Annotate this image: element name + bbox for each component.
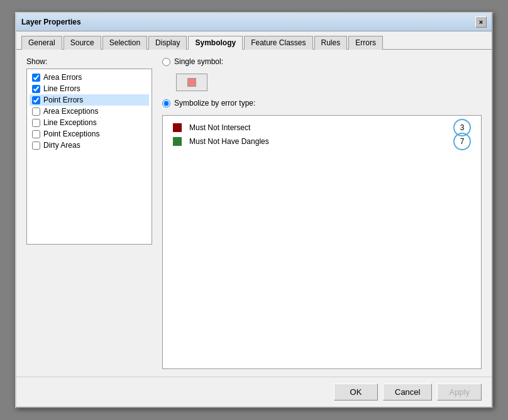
list-item-line-exceptions[interactable]: Line Exceptions [30, 117, 149, 128]
list-item-line-errors[interactable]: Line Errors [30, 83, 149, 94]
content-area: Show: Area Errors Line Errors Point Erro… [16, 50, 492, 377]
show-label: Show: [26, 57, 152, 66]
error-row-must-not-intersect: Must Not Intersect 3 [168, 121, 476, 135]
tab-bar: General Source Selection Display Symbolo… [16, 31, 492, 50]
error-type-list: Must Not Intersect 3 Must Not Have Dangl… [162, 115, 482, 369]
close-button[interactable]: × [475, 16, 487, 28]
show-list-panel: Show: Area Errors Line Errors Point Erro… [26, 57, 152, 369]
list-item-dirty-areas[interactable]: Dirty Areas [30, 140, 149, 151]
footer: OK Cancel Apply [16, 377, 492, 407]
label-area-exceptions: Area Exceptions [43, 107, 98, 116]
layer-properties-dialog: Layer Properties × General Source Select… [15, 12, 493, 408]
label-point-exceptions: Point Exceptions [43, 130, 99, 138]
right-panel: Single symbol: Symbolize by error type: … [162, 57, 482, 369]
list-item-point-errors[interactable]: Point Errors [30, 94, 149, 106]
tab-display[interactable]: Display [148, 36, 187, 50]
checkbox-dirty-areas[interactable] [32, 141, 40, 150]
badge-must-not-have-dangles: 7 [453, 133, 471, 150]
radio-single-symbol[interactable] [162, 58, 170, 66]
tab-errors[interactable]: Errors [348, 36, 383, 50]
symbolize-by-error-label: Symbolize by error type: [174, 99, 255, 108]
label-line-errors: Line Errors [43, 84, 80, 93]
dialog-title: Layer Properties [21, 18, 81, 26]
tab-source[interactable]: Source [64, 36, 101, 50]
checkbox-point-errors[interactable] [32, 96, 40, 104]
checkbox-area-errors[interactable] [32, 74, 40, 82]
label-line-exceptions: Line Exceptions [43, 118, 97, 127]
list-item-point-exceptions[interactable]: Point Exceptions [30, 128, 149, 140]
label-must-not-have-dangles: Must Not Have Dangles [189, 137, 471, 146]
single-symbol-preview [176, 74, 207, 91]
label-dirty-areas: Dirty Areas [43, 141, 80, 150]
color-box-must-not-intersect [173, 123, 182, 132]
tab-feature-classes[interactable]: Feature Classes [244, 36, 312, 50]
symbolize-by-error-option[interactable]: Symbolize by error type: [162, 99, 482, 108]
title-bar: Layer Properties × [16, 13, 492, 31]
label-must-not-intersect: Must Not Intersect [189, 123, 471, 132]
error-row-must-not-have-dangles: Must Not Have Dangles 7 [168, 135, 476, 148]
show-list: Area Errors Line Errors Point Errors Are… [26, 69, 152, 245]
label-area-errors: Area Errors [43, 73, 82, 82]
checkbox-point-exceptions[interactable] [32, 130, 40, 138]
symbol-color-box [187, 78, 196, 87]
list-item-area-errors[interactable]: Area Errors [30, 72, 149, 83]
checkbox-line-errors[interactable] [32, 85, 40, 93]
tab-symbology[interactable]: Symbology [188, 36, 243, 50]
ok-button[interactable]: OK [334, 384, 378, 401]
checkbox-area-exceptions[interactable] [32, 108, 40, 116]
radio-symbolize-by-error[interactable] [162, 99, 170, 108]
checkbox-line-exceptions[interactable] [32, 119, 40, 127]
cancel-button[interactable]: Cancel [383, 384, 432, 401]
tab-rules[interactable]: Rules [314, 36, 348, 50]
label-point-errors: Point Errors [43, 96, 83, 104]
color-box-must-not-have-dangles [173, 137, 182, 146]
single-symbol-label: Single symbol: [174, 57, 223, 66]
tab-general[interactable]: General [21, 36, 62, 50]
single-symbol-option[interactable]: Single symbol: [162, 57, 482, 66]
list-item-area-exceptions[interactable]: Area Exceptions [30, 106, 149, 117]
apply-button[interactable]: Apply [437, 384, 482, 401]
tab-selection[interactable]: Selection [102, 36, 147, 50]
